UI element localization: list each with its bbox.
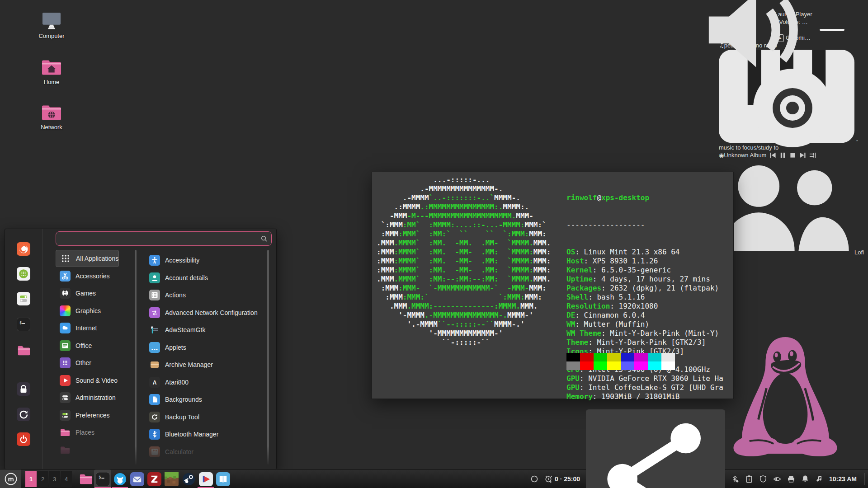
sidebar-button-system-settings[interactable] bbox=[17, 292, 30, 305]
category-office[interactable]: Office bbox=[56, 337, 136, 354]
launcher-librewolf-browser[interactable] bbox=[111, 469, 128, 488]
circle-icon[interactable] bbox=[530, 475, 538, 483]
color-swatch bbox=[566, 361, 580, 370]
category-administration[interactable]: Administration bbox=[56, 389, 136, 406]
desktop-icon-network[interactable]: Network bbox=[31, 103, 72, 131]
sidebar-button-lock-screen[interactable] bbox=[17, 382, 30, 396]
calculator-icon bbox=[149, 446, 160, 457]
category-hidden[interactable] bbox=[56, 441, 136, 459]
workspace-4[interactable]: 4 bbox=[61, 471, 72, 487]
app-calculator[interactable]: Calculator bbox=[145, 443, 268, 460]
zotero-icon bbox=[147, 472, 161, 486]
app-label: Applets bbox=[165, 344, 186, 351]
volume-track[interactable] bbox=[820, 29, 845, 31]
launcher-terminal[interactable]: $ bbox=[94, 469, 111, 488]
category-sound-video[interactable]: Sound & Video bbox=[56, 372, 136, 389]
category-label: Office bbox=[75, 342, 92, 349]
sidebar-button-firefox[interactable] bbox=[17, 242, 30, 256]
app-adwsteamgtk[interactable]: AdwSteamGtk bbox=[145, 321, 268, 338]
category-accessories[interactable]: Accessories bbox=[56, 267, 136, 285]
category-label: Sound & Video bbox=[75, 377, 118, 384]
app-label: AdwSteamGtk bbox=[165, 326, 205, 333]
desktop-icon-computer[interactable]: Computer bbox=[31, 12, 72, 39]
category-places[interactable]: Places bbox=[56, 424, 136, 441]
app-archive-manager[interactable]: Archive Manager bbox=[145, 356, 268, 373]
app-backup-tool[interactable]: Backup Tool bbox=[145, 408, 268, 426]
launcher-mail[interactable] bbox=[128, 469, 146, 488]
accessories-icon bbox=[60, 271, 71, 282]
network-folder-icon bbox=[41, 103, 62, 122]
launcher-files[interactable] bbox=[77, 469, 94, 488]
shuffle-button[interactable] bbox=[809, 151, 816, 159]
minecraft-icon bbox=[165, 472, 179, 486]
category-all-applications[interactable]: All Applications bbox=[56, 250, 119, 267]
other-icon bbox=[60, 357, 71, 368]
neofetch-ascii-logo: ...-:::::-... .-MMMMMMMMMMMMMMM-. .-MMMM… bbox=[377, 175, 551, 347]
app-applets[interactable]: Applets bbox=[145, 339, 268, 356]
nvidia-icon[interactable] bbox=[773, 475, 781, 483]
category-games[interactable]: Games bbox=[56, 285, 136, 302]
sidebar-button-software-manager[interactable] bbox=[17, 267, 30, 281]
adwsteamgtk-icon bbox=[149, 324, 160, 335]
clock[interactable]: 10:23 AM bbox=[829, 475, 857, 483]
bluetooth-icon[interactable] bbox=[731, 475, 739, 483]
sidebar-button-files[interactable] bbox=[17, 344, 30, 357]
steam-icon bbox=[182, 472, 196, 486]
terminal-window[interactable]: ...-:::::-... .-MMMMMMMMMMMMMMM-. .-MMMM… bbox=[372, 172, 734, 399]
launcher-books[interactable] bbox=[214, 469, 231, 488]
album-icon: ◉ bbox=[719, 152, 724, 159]
printer-icon[interactable] bbox=[787, 475, 795, 483]
sidebar-button-terminal[interactable]: $ bbox=[17, 318, 30, 331]
app-label: Advanced Network Configuration bbox=[165, 309, 258, 316]
desktop-icon-label: Home bbox=[31, 79, 72, 85]
clipboard-icon[interactable]: ! bbox=[745, 475, 753, 483]
color-swatch bbox=[607, 361, 621, 370]
category-internet[interactable]: Internet bbox=[56, 319, 136, 337]
next-button[interactable] bbox=[799, 151, 807, 159]
accessibility-icon bbox=[149, 255, 160, 266]
shield-icon[interactable] bbox=[759, 475, 767, 483]
app-backgrounds[interactable]: Backgrounds bbox=[145, 391, 268, 408]
music-note-icon[interactable] bbox=[815, 475, 823, 483]
prev-button[interactable] bbox=[769, 151, 777, 159]
desktop-icon-home[interactable]: Home bbox=[31, 58, 72, 85]
app-bluetooth-manager[interactable]: Bluetooth Manager bbox=[145, 426, 268, 443]
app-label: Calculator bbox=[165, 448, 193, 455]
app-actions[interactable]: Actions bbox=[145, 286, 268, 304]
app-atari800[interactable]: AAtari800 bbox=[145, 374, 268, 391]
artist-line: Lofi Girl bbox=[719, 159, 868, 264]
artist-icon bbox=[719, 159, 854, 255]
workspace-3[interactable]: 3 bbox=[49, 471, 60, 487]
tray-pomodoro-timer[interactable]: 0 · 25:00 bbox=[544, 475, 580, 483]
notifications-bell-icon[interactable] bbox=[801, 475, 809, 483]
category-preferences[interactable]: Preferences bbox=[56, 407, 136, 424]
tray-connect-share[interactable] bbox=[586, 409, 725, 488]
sidebar-button-shutdown[interactable] bbox=[17, 432, 30, 446]
app-label: Atari800 bbox=[165, 379, 189, 386]
menu-button[interactable] bbox=[0, 469, 21, 488]
category-other[interactable]: Other bbox=[56, 354, 136, 371]
app-advanced-network-configuration[interactable]: Advanced Network Configuration bbox=[145, 304, 268, 321]
app-account-details[interactable]: Account details bbox=[145, 269, 268, 286]
separator-line: ------------------ bbox=[566, 221, 723, 230]
volume-slider[interactable] bbox=[695, 27, 844, 33]
places-icon bbox=[60, 445, 71, 455]
workspace-1[interactable]: 1 bbox=[25, 471, 37, 487]
category-graphics[interactable]: Graphics bbox=[56, 302, 136, 319]
app-accessibility[interactable]: Accessibility bbox=[145, 252, 268, 269]
categories-scrollbar[interactable] bbox=[135, 250, 137, 465]
info-line: Host: XPS 8930 1.1.26 bbox=[566, 257, 723, 266]
launcher-zotero[interactable] bbox=[146, 469, 163, 488]
color-swatch bbox=[661, 361, 675, 370]
category-label: Preferences bbox=[75, 412, 109, 419]
launcher-steam[interactable] bbox=[180, 469, 197, 488]
internet-icon bbox=[60, 323, 71, 333]
applications-scrollbar[interactable] bbox=[267, 250, 269, 465]
stop-button[interactable] bbox=[789, 151, 797, 159]
backup-tool-icon bbox=[149, 412, 160, 422]
pause-button[interactable] bbox=[779, 151, 787, 159]
workspace-2[interactable]: 2 bbox=[37, 471, 48, 487]
launcher-freetube[interactable] bbox=[197, 469, 214, 488]
sidebar-button-logout[interactable] bbox=[17, 408, 30, 421]
launcher-minecraft[interactable] bbox=[163, 469, 180, 488]
